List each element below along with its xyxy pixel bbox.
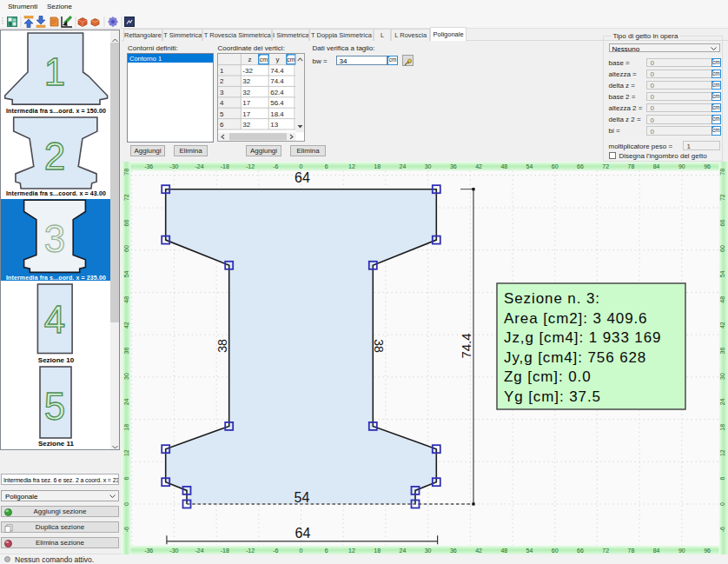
svg-text:y: y <box>276 56 280 63</box>
svg-text:-18: -18 <box>221 547 229 554</box>
svg-text:-36: -36 <box>144 163 153 169</box>
svg-text:-24: -24 <box>195 163 204 169</box>
svg-text:0: 0 <box>123 502 129 506</box>
svg-text:78: 78 <box>123 169 129 176</box>
svg-text:1: 1 <box>220 67 224 75</box>
svg-text:-24: -24 <box>195 547 204 554</box>
svg-text:1: 1 <box>44 50 65 93</box>
svg-text:-30: -30 <box>169 547 178 554</box>
svg-text:32: 32 <box>242 77 250 85</box>
svg-text:62.4: 62.4 <box>270 89 284 96</box>
svg-text:42: 42 <box>123 322 129 328</box>
svg-text:-6: -6 <box>123 527 129 532</box>
svg-text:24: 24 <box>123 398 129 405</box>
svg-text:2: 2 <box>220 77 224 85</box>
svg-text:24: 24 <box>400 163 407 169</box>
svg-text:4: 4 <box>44 298 65 341</box>
svg-text:30: 30 <box>123 373 129 380</box>
svg-text:Yg [cm]: 37.5: Yg [cm]: 37.5 <box>504 388 601 405</box>
svg-text:3: 3 <box>220 89 224 96</box>
svg-text:72: 72 <box>602 163 609 169</box>
svg-text:Zg [cm]: 0.0: Zg [cm]: 0.0 <box>504 368 592 385</box>
svg-text:36: 36 <box>450 163 457 169</box>
svg-text:0: 0 <box>719 502 725 506</box>
svg-text:6: 6 <box>719 477 725 481</box>
svg-text:4: 4 <box>220 99 224 107</box>
svg-text:60: 60 <box>123 245 129 252</box>
svg-text:54: 54 <box>295 490 310 505</box>
svg-text:5: 5 <box>220 110 224 118</box>
svg-text:74.4: 74.4 <box>270 77 284 85</box>
svg-text:36: 36 <box>719 348 725 355</box>
svg-text:6: 6 <box>325 163 328 169</box>
svg-text:32: 32 <box>242 121 250 129</box>
svg-text:48: 48 <box>719 296 725 303</box>
svg-text:48: 48 <box>500 163 507 169</box>
svg-text:18: 18 <box>719 424 725 431</box>
svg-text:-30: -30 <box>169 163 178 169</box>
svg-text:12: 12 <box>123 449 129 456</box>
svg-text:2: 2 <box>44 135 65 177</box>
svg-text:36: 36 <box>450 547 457 554</box>
svg-text:38: 38 <box>372 339 386 353</box>
svg-text:54: 54 <box>526 547 533 554</box>
svg-text:42: 42 <box>719 322 725 328</box>
svg-text:42: 42 <box>475 163 482 169</box>
svg-text:78: 78 <box>628 163 635 169</box>
svg-text:30: 30 <box>425 547 432 554</box>
svg-text:64: 64 <box>295 170 310 185</box>
svg-text:-6: -6 <box>719 527 725 532</box>
svg-text:72: 72 <box>602 547 609 554</box>
svg-text:18: 18 <box>374 547 381 554</box>
svg-text:3: 3 <box>44 217 65 260</box>
svg-text:78: 78 <box>719 169 725 176</box>
svg-text:74.4: 74.4 <box>459 333 473 358</box>
svg-text:-6: -6 <box>273 163 278 169</box>
svg-text:30: 30 <box>719 373 725 380</box>
svg-text:54: 54 <box>123 270 129 277</box>
svg-text:54: 54 <box>719 270 725 277</box>
svg-text:17: 17 <box>242 99 250 107</box>
svg-text:66: 66 <box>577 547 584 554</box>
svg-text:Jy,g [cm4]: 756 628: Jy,g [cm4]: 756 628 <box>504 349 646 366</box>
svg-text:60: 60 <box>552 163 559 169</box>
svg-text:17: 17 <box>242 110 250 118</box>
svg-text:48: 48 <box>123 296 129 303</box>
svg-text:cm: cm <box>287 56 295 63</box>
svg-text:32: 32 <box>242 89 250 96</box>
svg-text:66: 66 <box>719 220 725 227</box>
svg-text:-18: -18 <box>221 163 229 169</box>
svg-text:12: 12 <box>348 163 355 169</box>
svg-text:56.4: 56.4 <box>270 99 284 107</box>
svg-text:12: 12 <box>348 547 355 554</box>
svg-text:72: 72 <box>719 194 725 201</box>
svg-text:48: 48 <box>500 547 507 554</box>
svg-text:cm: cm <box>260 56 268 63</box>
svg-text:78: 78 <box>628 547 635 554</box>
svg-text:Area [cm2]: 3 409.6: Area [cm2]: 3 409.6 <box>504 310 647 327</box>
svg-text:36: 36 <box>123 348 129 355</box>
svg-text:24: 24 <box>400 547 407 554</box>
svg-text:72: 72 <box>123 194 129 201</box>
svg-text:6: 6 <box>123 477 129 481</box>
svg-text:12: 12 <box>719 449 725 456</box>
svg-text:90: 90 <box>678 547 685 554</box>
svg-text:84: 84 <box>653 547 660 554</box>
svg-text:-12: -12 <box>246 163 255 169</box>
svg-text:64: 64 <box>295 526 311 541</box>
svg-text:6: 6 <box>220 121 224 129</box>
svg-text:z: z <box>248 56 252 63</box>
svg-text:13: 13 <box>270 121 278 129</box>
svg-text:60: 60 <box>719 245 725 252</box>
svg-text:38: 38 <box>215 339 229 353</box>
svg-text:74.4: 74.4 <box>270 67 284 75</box>
svg-text:30: 30 <box>425 163 432 169</box>
svg-text:90: 90 <box>678 163 685 169</box>
svg-text:24: 24 <box>719 398 725 405</box>
svg-text:42: 42 <box>475 547 482 554</box>
svg-text:0: 0 <box>300 163 303 169</box>
svg-text:-12: -12 <box>246 547 255 554</box>
svg-text:6: 6 <box>325 547 328 554</box>
svg-text:Sezione n. 3:: Sezione n. 3: <box>504 290 600 307</box>
svg-text:96: 96 <box>704 163 711 169</box>
